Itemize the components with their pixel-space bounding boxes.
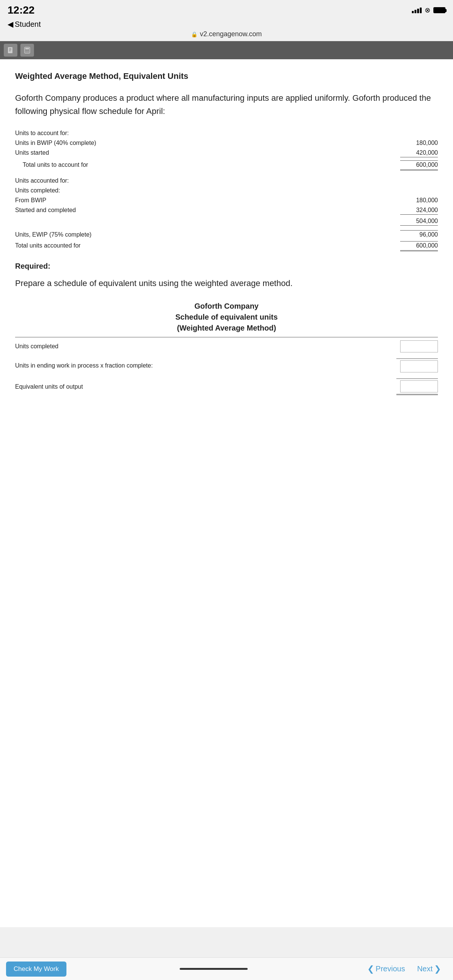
units-started-row: Units started 420,000 (15, 148, 438, 159)
equiv-title3: (Weighted Average Method) (15, 324, 438, 332)
total-to-account-value: 600,000 (400, 161, 438, 170)
required-label: Required: (15, 262, 438, 270)
from-bwip-row: From BWIP 180,000 (15, 196, 438, 205)
url-text: v2.cengagenow.com (200, 30, 262, 38)
units-to-account-label: Units to account for: (15, 130, 438, 137)
equiv-output-input[interactable] (400, 380, 438, 393)
back-label: Student (15, 20, 41, 29)
required-section: Required: Prepare a schedule of equivale… (15, 262, 438, 290)
svg-point-6 (26, 51, 26, 51)
from-bwip-value: 180,000 (400, 197, 438, 204)
svg-rect-0 (8, 47, 13, 53)
subtotal-completed-row: 504,000 (15, 216, 438, 227)
started-completed-value: 324,000 (400, 207, 438, 215)
equiv-title2: Schedule of equivalent units (15, 313, 438, 321)
content-area: Weighted Average Method, Equivalent Unit… (0, 59, 453, 927)
svg-point-10 (27, 52, 27, 52)
next-chevron-icon: ❯ (434, 964, 441, 974)
total-accounted-label: Total units accounted for (15, 242, 400, 249)
svg-rect-5 (25, 48, 29, 49)
units-to-account-header: Units to account for: (15, 128, 438, 138)
prepare-text: Prepare a schedule of equivalent units u… (15, 277, 438, 290)
equiv-units-completed-input[interactable] (400, 340, 438, 352)
next-button[interactable]: Next ❯ (411, 961, 447, 977)
equiv-output-input-wrap (396, 379, 438, 395)
equiv-ewip-input[interactable] (400, 360, 438, 372)
subtotal-completed-value: 504,000 (400, 218, 438, 226)
equiv-row-units-completed: Units completed (15, 337, 438, 355)
toolbar-book-btn[interactable] (4, 44, 18, 57)
equiv-units-completed-label: Units completed (15, 343, 396, 350)
equiv-row-ewip: Units in ending work in process x fracti… (15, 355, 438, 375)
previous-button[interactable]: ❮ Previous (361, 961, 411, 977)
signal-icon (412, 8, 422, 13)
physical-flow-table: Units to account for: Units in BWIP (40%… (15, 128, 438, 253)
equiv-title1: Goforth Company (15, 302, 438, 310)
check-my-work-button[interactable]: Check My Work (6, 961, 67, 977)
units-accounted-header: Units accounted for: (15, 176, 438, 186)
home-bar-area (67, 968, 361, 970)
status-icons: ⊗ (412, 6, 445, 14)
equiv-units-completed-input-wrap (396, 340, 438, 352)
equiv-row-output: Equivalent units of output (15, 375, 438, 398)
ewip-label: Units, EWIP (75% complete) (15, 231, 400, 238)
svg-point-11 (28, 52, 29, 52)
toolbar (0, 41, 453, 59)
bwip-label: Units in BWIP (40% complete) (15, 140, 400, 146)
prev-chevron-icon: ❮ (367, 964, 374, 974)
battery-icon (433, 7, 445, 13)
toolbar-calc-btn[interactable] (21, 44, 34, 57)
started-completed-row: Started and completed 324,000 (15, 205, 438, 216)
equiv-title-section: Goforth Company Schedule of equivalent u… (15, 302, 438, 332)
svg-point-7 (27, 51, 27, 51)
units-accounted-label: Units accounted for: (15, 177, 438, 184)
back-chevron-icon: ◀ (8, 20, 13, 29)
home-bar (180, 968, 248, 970)
intro-text: Goforth Company produces a product where… (15, 91, 438, 118)
units-started-label: Units started (15, 150, 400, 156)
nav-bar: ◀ Student 🔒 v2.cengagenow.com (0, 19, 453, 41)
total-accounted-row: Total units accounted for 600,000 (15, 240, 438, 253)
units-completed-label: Units completed: (15, 187, 438, 194)
equiv-table: Units completed Units in ending work in … (15, 337, 438, 398)
from-bwip-label: From BWIP (15, 197, 400, 204)
equiv-schedule: Goforth Company Schedule of equivalent u… (15, 302, 438, 398)
back-button[interactable]: ◀ Student (8, 20, 445, 29)
url-bar[interactable]: 🔒 v2.cengagenow.com (8, 30, 445, 38)
nav-buttons: ❮ Previous Next ❯ (361, 961, 447, 977)
bottom-nav: Check My Work ❮ Previous Next ❯ (0, 957, 453, 980)
lock-icon: 🔒 (191, 31, 198, 37)
ewip-value: 96,000 (400, 230, 438, 238)
equiv-ewip-input-wrap (396, 358, 438, 372)
ewip-row: Units, EWIP (75% complete) 96,000 (15, 229, 438, 240)
svg-point-8 (28, 51, 29, 51)
status-time: 12:22 (8, 4, 35, 16)
page-title: Weighted Average Method, Equivalent Unit… (15, 70, 438, 82)
status-bar: 12:22 ⊗ (0, 0, 453, 19)
bwip-value: 180,000 (400, 140, 438, 146)
started-completed-label: Started and completed (15, 207, 400, 213)
previous-label: Previous (376, 964, 405, 973)
units-started-value: 420,000 (400, 150, 438, 158)
equiv-ewip-label: Units in ending work in process x fracti… (15, 362, 396, 369)
svg-point-9 (26, 52, 26, 52)
equiv-output-label: Equivalent units of output (15, 383, 396, 390)
wifi-icon: ⊗ (425, 6, 430, 14)
total-accounted-value: 600,000 (400, 241, 438, 251)
next-label: Next (417, 964, 432, 973)
units-completed-header: Units completed: (15, 186, 438, 196)
total-to-account-label: Total units to account for (15, 162, 400, 168)
total-to-account-row: Total units to account for 600,000 (15, 159, 438, 172)
bwip-row: Units in BWIP (40% complete) 180,000 (15, 138, 438, 148)
